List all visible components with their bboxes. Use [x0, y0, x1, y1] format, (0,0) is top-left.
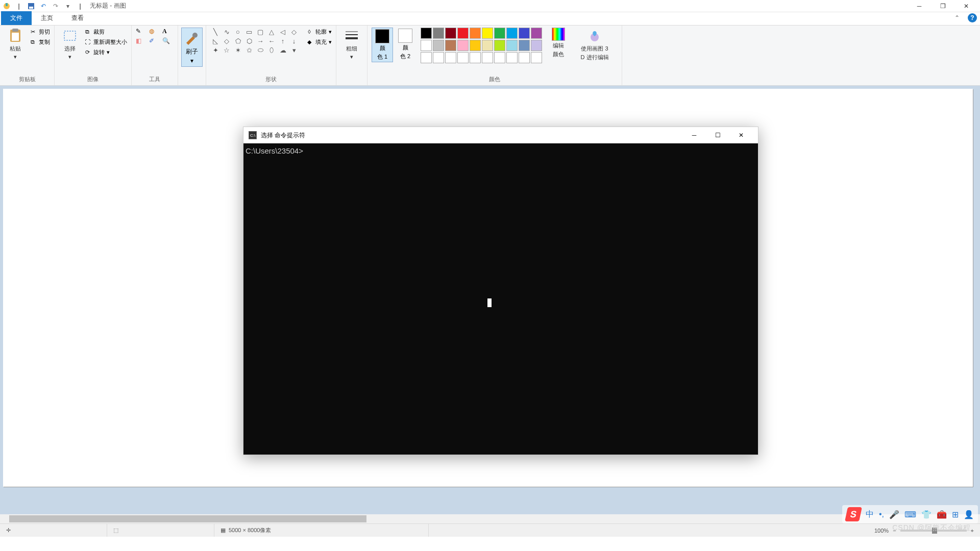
- palette-color[interactable]: [519, 40, 530, 51]
- palette-color[interactable]: [457, 52, 469, 63]
- palette-color[interactable]: [457, 28, 469, 39]
- edit-colors-button[interactable]: 编辑颜色: [547, 28, 570, 58]
- palette-color[interactable]: [506, 28, 518, 39]
- palette-color[interactable]: [482, 40, 493, 51]
- cmd-body[interactable]: C:\Users\23504>: [243, 143, 758, 455]
- help-icon[interactable]: ?: [968, 13, 977, 22]
- palette-color[interactable]: [470, 52, 481, 63]
- ime-language[interactable]: 中: [866, 509, 874, 520]
- palette-color[interactable]: [445, 40, 456, 51]
- cmd-maximize-button[interactable]: ☐: [706, 127, 729, 143]
- palette-color[interactable]: [433, 28, 444, 39]
- redo-icon[interactable]: ↷: [51, 2, 60, 11]
- minimize-button[interactable]: ─: [908, 0, 931, 12]
- ime-user-icon[interactable]: 👤: [964, 510, 974, 519]
- sogou-icon[interactable]: S: [845, 507, 862, 521]
- copy-icon: ⧉: [29, 38, 37, 46]
- save-icon[interactable]: [27, 2, 36, 11]
- resize-button[interactable]: ⛶重新调整大小: [83, 38, 127, 46]
- qat-dropdown-icon[interactable]: ▾: [63, 2, 72, 11]
- chevron-down-icon: ▾: [350, 54, 353, 60]
- close-button[interactable]: ✕: [954, 0, 978, 12]
- palette-color[interactable]: [494, 40, 505, 51]
- tab-file[interactable]: 文件: [1, 11, 32, 25]
- palette-color[interactable]: [506, 40, 518, 51]
- palette-color[interactable]: [506, 52, 518, 63]
- paint3d-button[interactable]: 使用画图 3D 进行编辑: [572, 28, 618, 61]
- palette-color[interactable]: [421, 52, 432, 63]
- paste-button[interactable]: 粘贴▾: [4, 28, 27, 60]
- palette-color[interactable]: [433, 52, 444, 63]
- palette-color[interactable]: [519, 52, 530, 63]
- palette-color[interactable]: [445, 28, 456, 39]
- cmd-window[interactable]: C:\ 选择 命令提示符 ─ ☐ ✕ C:\Users\23504>: [243, 127, 758, 455]
- color1-button[interactable]: 颜色 1: [372, 28, 393, 62]
- palette-color[interactable]: [433, 40, 444, 51]
- color2-button[interactable]: 颜色 2: [395, 28, 415, 61]
- canvas[interactable]: C:\ 选择 命令提示符 ─ ☐ ✕ C:\Users\23504>: [3, 89, 973, 487]
- svg-rect-6: [12, 33, 19, 41]
- palette-color[interactable]: [445, 52, 456, 63]
- cmd-icon: C:\: [249, 131, 257, 139]
- horizontal-scrollbar[interactable]: [0, 514, 980, 523]
- color2-swatch: [398, 29, 412, 43]
- ribbon: 粘贴▾ ✂剪切 ⧉复制 剪贴板 选择▾ ⧉裁剪 ⛶重新调整大小 ⟳旋转 ▾ 图像: [0, 26, 980, 86]
- palette-color[interactable]: [421, 40, 432, 51]
- cut-button[interactable]: ✂剪切: [29, 28, 50, 36]
- palette-color[interactable]: [470, 40, 481, 51]
- cmd-prompt: C:\Users\23504>: [246, 146, 303, 155]
- eyedropper-tool[interactable]: ✐: [149, 37, 160, 44]
- palette-color[interactable]: [457, 40, 469, 51]
- group-brush: 刷子▾: [178, 26, 206, 85]
- select-button[interactable]: 选择▾: [59, 28, 81, 60]
- brush-button[interactable]: 刷子▾: [181, 28, 203, 67]
- rotate-button[interactable]: ⟳旋转 ▾: [83, 48, 127, 56]
- group-tools: ✎ ◍ A ◧ ✐ 🔍 工具: [132, 26, 178, 85]
- palette-color[interactable]: [494, 52, 505, 63]
- chevron-down-icon: ▾: [14, 54, 17, 60]
- palette-color[interactable]: [470, 28, 481, 39]
- group-image: 选择▾ ⧉裁剪 ⛶重新调整大小 ⟳旋转 ▾ 图像: [55, 26, 132, 85]
- color1-swatch: [375, 29, 389, 43]
- ime-keyboard-icon[interactable]: ⌨: [904, 510, 916, 519]
- cmd-close-button[interactable]: ✕: [729, 127, 753, 143]
- shapes-gallery[interactable]: ╲∿○▭▢△◁◇ ◺◇⬠⬡→←↑↓ ✦☆✶✩⬭⬯☁▾: [210, 28, 299, 54]
- scrollbar-thumb[interactable]: [9, 515, 366, 522]
- group-label: 剪贴板: [4, 74, 50, 84]
- ime-toolbox-icon[interactable]: 🧰: [937, 510, 947, 519]
- magnifier-tool[interactable]: 🔍: [162, 37, 174, 44]
- fill-button[interactable]: ◆填充 ▾: [305, 38, 332, 46]
- tab-home[interactable]: 主页: [32, 11, 62, 25]
- palette-color[interactable]: [482, 28, 493, 39]
- ribbon-collapse-icon[interactable]: ⌃: [954, 14, 960, 21]
- palette-color[interactable]: [531, 40, 542, 51]
- bucket-icon: ◆: [305, 38, 313, 46]
- palette-color[interactable]: [531, 28, 542, 39]
- outline-button[interactable]: ◊轮廓 ▾: [305, 28, 332, 36]
- crop-button[interactable]: ⧉裁剪: [83, 28, 127, 36]
- palette-color[interactable]: [519, 28, 530, 39]
- group-label: [181, 82, 203, 84]
- ime-punct-icon[interactable]: •,: [879, 510, 884, 519]
- ime-mic-icon[interactable]: 🎤: [889, 510, 899, 519]
- undo-icon[interactable]: ↶: [39, 2, 48, 11]
- outline-icon: ◊: [305, 28, 313, 36]
- pencil-tool[interactable]: ✎: [136, 28, 147, 35]
- text-tool[interactable]: A: [162, 28, 174, 35]
- tab-view[interactable]: 查看: [62, 11, 93, 25]
- eraser-tool[interactable]: ◧: [136, 37, 147, 44]
- palette-color[interactable]: [531, 52, 542, 63]
- copy-button[interactable]: ⧉复制: [29, 38, 50, 46]
- fill-tool[interactable]: ◍: [149, 28, 160, 35]
- zoom-in-button[interactable]: +: [971, 528, 974, 534]
- ime-grid-icon[interactable]: ⊞: [952, 510, 959, 519]
- cmd-minimize-button[interactable]: ─: [682, 127, 706, 143]
- palette-color[interactable]: [482, 52, 493, 63]
- selection-size-icon: ⬚: [113, 527, 118, 534]
- cmd-titlebar[interactable]: C:\ 选择 命令提示符 ─ ☐ ✕: [243, 127, 758, 143]
- stroke-width-button[interactable]: 粗细▾: [340, 28, 363, 60]
- maximize-button[interactable]: ❐: [931, 0, 954, 12]
- palette-color[interactable]: [494, 28, 505, 39]
- palette-color[interactable]: [421, 28, 432, 39]
- ime-skin-icon[interactable]: 👕: [921, 510, 932, 519]
